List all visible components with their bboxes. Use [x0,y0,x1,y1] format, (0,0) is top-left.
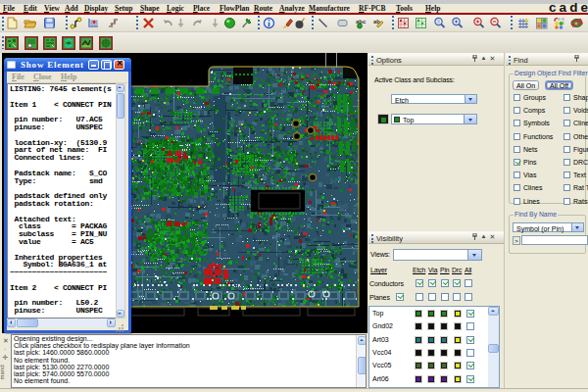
svg-text:abc: abc [356,19,367,24]
